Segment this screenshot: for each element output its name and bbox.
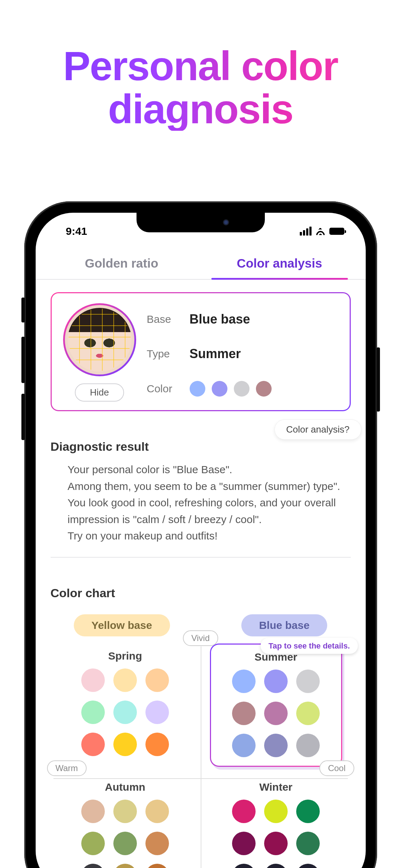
cellular-icon	[300, 227, 312, 236]
diagnostic-title: Diagnostic result	[51, 440, 351, 454]
color-dot[interactable]	[81, 800, 105, 823]
status-icons	[300, 227, 344, 236]
color-dot[interactable]	[264, 864, 288, 868]
color-dot[interactable]	[232, 670, 256, 693]
swatch	[256, 381, 272, 397]
axis-cool: Cool	[319, 760, 354, 776]
color-dot[interactable]	[232, 734, 256, 757]
season-label: Spring	[61, 650, 190, 662]
color-dot[interactable]	[296, 702, 320, 725]
color-dot[interactable]	[81, 864, 105, 868]
season-autumn[interactable]: Autumn	[61, 781, 190, 868]
axis-warm: Warm	[47, 760, 87, 776]
avatar[interactable]	[63, 303, 136, 376]
base-label: Base	[147, 313, 190, 325]
color-dot[interactable]	[264, 800, 288, 823]
diag-line: You look good in cool, refreshing colors…	[68, 495, 346, 528]
power-button	[376, 347, 380, 412]
color-dot[interactable]	[113, 864, 137, 868]
color-dot[interactable]	[296, 670, 320, 693]
color-dot[interactable]	[296, 734, 320, 757]
season-label: Winter	[211, 781, 341, 793]
tab-bar: Golden ratio Color analysis	[36, 248, 366, 280]
diagnostic-text: Your personal color is "Blue Base". Amon…	[51, 461, 351, 544]
color-dot[interactable]	[81, 832, 105, 855]
color-dot[interactable]	[145, 701, 169, 724]
color-dot[interactable]	[113, 733, 137, 756]
color-dot[interactable]	[264, 670, 288, 693]
color-dot[interactable]	[145, 668, 169, 692]
axis-vivid: Vivid	[183, 630, 219, 646]
volume-down-button	[21, 394, 25, 440]
color-dot[interactable]	[232, 702, 256, 725]
color-chart: Yellow base Blue base Vivid Warm Cool Sp…	[51, 614, 351, 868]
swatch	[190, 381, 205, 397]
chart-title: Color chart	[51, 586, 351, 600]
color-dot[interactable]	[296, 800, 320, 823]
color-dot[interactable]	[145, 832, 169, 855]
color-dot[interactable]	[232, 800, 256, 823]
tab-color-analysis[interactable]: Color analysis	[201, 248, 359, 279]
color-dot[interactable]	[113, 832, 137, 855]
color-dot[interactable]	[232, 832, 256, 855]
color-dot[interactable]	[145, 864, 169, 868]
phone-frame: 9:41 Golden ratio Color analysis	[24, 201, 377, 868]
color-dot[interactable]	[232, 864, 256, 868]
color-dot[interactable]	[81, 701, 105, 724]
base-value: Blue base	[190, 312, 272, 327]
blue-base-pill[interactable]: Blue base	[241, 614, 328, 636]
diag-line: Your personal color is "Blue Base".	[68, 461, 346, 478]
help-pill[interactable]: Color analysis?	[274, 419, 361, 440]
season-spring[interactable]: Spring	[61, 650, 190, 767]
content-area: Hide Base Blue base Type Summer Color	[36, 280, 366, 868]
result-swatches	[190, 381, 272, 397]
tab-golden-ratio[interactable]: Golden ratio	[43, 248, 201, 279]
color-dot[interactable]	[81, 668, 105, 692]
color-label: Color	[147, 383, 190, 395]
color-dot[interactable]	[113, 668, 137, 692]
color-dot[interactable]	[296, 832, 320, 855]
color-dot[interactable]	[145, 800, 169, 823]
marketing-headline: Personal color diagnosis	[0, 45, 401, 131]
swatch	[212, 381, 227, 397]
diag-line: Among them, you seem to be a "summer (su…	[68, 478, 346, 495]
phone-screen: 9:41 Golden ratio Color analysis	[36, 213, 366, 868]
volume-up-button	[21, 337, 25, 383]
tooltip: Tap to see the details.	[261, 638, 358, 654]
color-dot[interactable]	[145, 733, 169, 756]
color-dot[interactable]	[113, 701, 137, 724]
color-dot[interactable]	[81, 733, 105, 756]
yellow-base-pill[interactable]: Yellow base	[74, 614, 170, 636]
season-summer[interactable]: Tap to see the details. Summer	[211, 650, 341, 767]
color-dot[interactable]	[264, 832, 288, 855]
hide-button[interactable]: Hide	[75, 383, 124, 402]
wifi-icon	[315, 227, 326, 235]
type-label: Type	[147, 348, 190, 360]
divider	[51, 557, 351, 558]
side-button	[21, 298, 25, 322]
type-value: Summer	[190, 346, 272, 361]
color-dot[interactable]	[296, 864, 320, 868]
swatch	[234, 381, 250, 397]
diag-line: Try on your makeup and outfits!	[68, 528, 346, 544]
status-time: 9:41	[66, 225, 87, 237]
season-label: Autumn	[61, 781, 190, 793]
battery-icon	[329, 228, 344, 235]
color-dot[interactable]	[264, 734, 288, 757]
phone-notch	[137, 213, 265, 232]
result-card: Hide Base Blue base Type Summer Color	[51, 292, 351, 411]
season-winter[interactable]: Winter	[211, 781, 341, 868]
color-dot[interactable]	[113, 800, 137, 823]
color-dot[interactable]	[264, 702, 288, 725]
